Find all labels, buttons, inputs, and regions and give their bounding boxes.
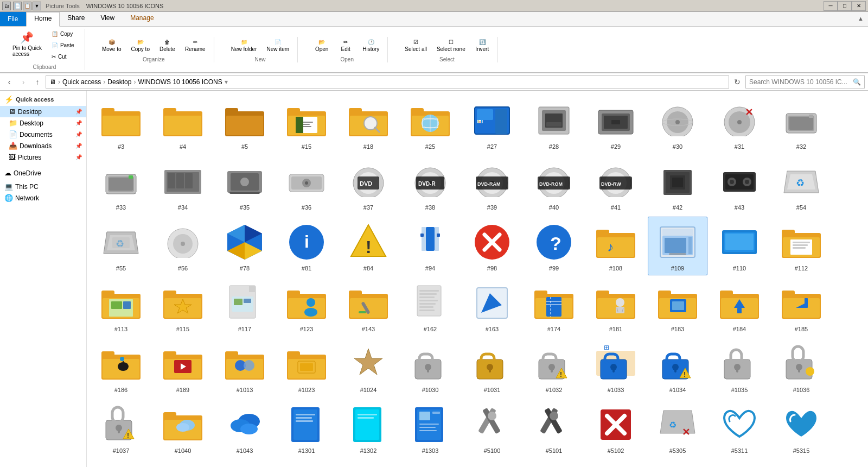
- file-item-94[interactable]: #94: [400, 217, 460, 275]
- file-item-55[interactable]: ♻ #55: [91, 217, 151, 275]
- file-item-35[interactable]: #35: [215, 156, 275, 214]
- file-item-1301[interactable]: #1301: [277, 399, 336, 458]
- ribbon-delete-btn[interactable]: 🗑Delete: [156, 37, 179, 54]
- close-button[interactable]: ✕: [852, 1, 866, 11]
- ribbon-copy2-btn[interactable]: 📂Copy to: [127, 37, 154, 54]
- file-item-43[interactable]: #43: [710, 156, 769, 214]
- file-item-38[interactable]: DVD-R #38: [400, 156, 460, 214]
- file-item-36[interactable]: #36: [277, 156, 336, 214]
- file-item-27[interactable]: 📊 #27: [462, 95, 522, 154]
- file-item-30[interactable]: #30: [648, 95, 707, 154]
- file-item-115[interactable]: #115: [153, 277, 213, 336]
- search-input[interactable]: [749, 78, 851, 86]
- file-item-32[interactable]: #32: [771, 95, 831, 154]
- ribbon-edit-btn[interactable]: ✏Edit: [335, 37, 356, 54]
- file-item-78[interactable]: #78: [215, 217, 275, 275]
- file-item-29[interactable]: #29: [586, 95, 646, 154]
- file-item-1023[interactable]: #1023: [277, 338, 336, 397]
- file-item-117[interactable]: #117: [215, 277, 275, 336]
- file-item-5325[interactable]: #5325: [91, 460, 151, 467]
- file-item-143[interactable]: #143: [339, 277, 398, 336]
- up-button[interactable]: ↑: [31, 76, 43, 88]
- file-item-42[interactable]: #42: [648, 156, 707, 214]
- file-item-56[interactable]: #56: [153, 217, 213, 275]
- tab-share[interactable]: Share: [60, 12, 93, 26]
- tab-view[interactable]: View: [93, 12, 123, 26]
- file-item-5379[interactable]: ✕ #5379: [215, 460, 275, 467]
- file-item-54[interactable]: ♻ #54: [771, 156, 831, 214]
- file-item-5315[interactable]: #5315: [771, 399, 831, 458]
- ribbon-newitem-btn[interactable]: 📄New item: [263, 37, 293, 54]
- file-item-163[interactable]: #163: [462, 277, 522, 336]
- ribbon-selectnone-btn[interactable]: ☐Select none: [433, 37, 469, 54]
- file-item-1036[interactable]: #1036: [771, 338, 831, 397]
- ribbon-copy-btn[interactable]: 📋Copy: [48, 29, 80, 39]
- quick-access-toolbar-props[interactable]: 📋: [23, 2, 31, 10]
- file-item-112[interactable]: #112: [771, 217, 831, 275]
- quick-access-toolbar-new[interactable]: 📄: [13, 2, 22, 10]
- file-item-5100[interactable]: #5100: [462, 399, 522, 458]
- file-item-5311[interactable]: #5311: [710, 399, 769, 458]
- ribbon-invertsel-btn[interactable]: 🔃Invert: [471, 37, 493, 54]
- file-item-40[interactable]: DVD-ROM #40: [524, 156, 584, 214]
- file-item-1024[interactable]: #1024: [339, 338, 398, 397]
- sidebar-item-downloads[interactable]: 📥 Downloads 📌: [0, 140, 86, 152]
- file-item-1303[interactable]: #1303: [400, 399, 460, 458]
- refresh-button[interactable]: ↻: [731, 76, 743, 88]
- breadcrumb-desktop[interactable]: Desktop: [107, 78, 131, 86]
- ribbon-newfolder-btn[interactable]: 📁New folder: [227, 37, 261, 54]
- file-item-15[interactable]: #15: [277, 95, 336, 154]
- sidebar-item-onedrive[interactable]: ☁ OneDrive: [0, 167, 86, 179]
- file-item-3[interactable]: #3: [91, 95, 151, 154]
- file-item-123[interactable]: #123: [277, 277, 336, 336]
- ribbon-collapse[interactable]: ▲: [853, 12, 868, 26]
- file-item-184[interactable]: #184: [710, 277, 769, 336]
- ribbon-selectall-btn[interactable]: ☑Select all: [401, 37, 431, 54]
- quick-access-toolbar-down[interactable]: ▼: [33, 2, 41, 10]
- file-item-25[interactable]: #25: [400, 95, 460, 154]
- file-item-174[interactable]: #174: [524, 277, 584, 336]
- ribbon-cut-btn[interactable]: ✂Cut: [48, 52, 80, 62]
- ribbon-open-btn[interactable]: 📂Open: [311, 37, 333, 54]
- file-item-98[interactable]: #98: [462, 217, 522, 275]
- tab-manage[interactable]: Manage: [123, 12, 162, 26]
- ribbon-history-btn[interactable]: 🕐History: [359, 37, 383, 54]
- search-icon[interactable]: 🔍: [853, 78, 861, 86]
- file-item-18[interactable]: #18: [339, 95, 398, 154]
- file-item-5305[interactable]: ♻ ✕ #5305: [648, 399, 707, 458]
- file-item-1033[interactable]: ⊞ #1033: [586, 338, 646, 397]
- ribbon-rename-btn[interactable]: ✏Rename: [181, 37, 209, 54]
- sidebar-item-documents[interactable]: 📄 Documents 📌: [0, 129, 86, 140]
- tab-file[interactable]: File: [0, 12, 26, 26]
- file-item-1031[interactable]: #1031: [462, 338, 522, 397]
- file-item-4[interactable]: #4: [153, 95, 213, 154]
- ribbon-pin-btn[interactable]: 📌 Pin to Quickaccess: [9, 29, 46, 62]
- file-item-37[interactable]: DVD #37: [339, 156, 398, 214]
- file-item-81[interactable]: i #81: [277, 217, 336, 275]
- file-item-185[interactable]: #185: [771, 277, 831, 336]
- file-item-1030[interactable]: #1030: [400, 338, 460, 397]
- file-item-1037[interactable]: ! #1037: [91, 399, 151, 458]
- file-item-5101[interactable]: #5101: [524, 399, 584, 458]
- ribbon-paste-btn[interactable]: 📄Paste: [48, 40, 80, 51]
- sidebar-item-pictures[interactable]: 🖼 Pictures 📌: [0, 152, 86, 163]
- breadcrumb-current[interactable]: WINDOWS 10 10056 ICONS: [138, 78, 222, 86]
- sidebar-item-thispc[interactable]: 💻 This PC: [0, 181, 86, 192]
- file-item-33[interactable]: #33: [91, 156, 151, 214]
- file-item-162[interactable]: #162: [400, 277, 460, 336]
- maximize-button[interactable]: □: [838, 1, 852, 11]
- file-item-110[interactable]: #110: [710, 217, 769, 275]
- ribbon-move-btn[interactable]: 📦Move to: [98, 37, 125, 54]
- file-item-28[interactable]: #28: [524, 95, 584, 154]
- file-item-108[interactable]: ♪ #108: [586, 217, 646, 275]
- search-box[interactable]: 🔍: [745, 75, 865, 89]
- file-item-1034[interactable]: ! #1034: [648, 338, 707, 397]
- file-item-189[interactable]: #189: [153, 338, 213, 397]
- file-item-41[interactable]: DVD-RW #41: [586, 156, 646, 214]
- file-item-1035[interactable]: #1035: [710, 338, 769, 397]
- file-item-39[interactable]: DVD-RAM #39: [462, 156, 522, 214]
- file-item-1043[interactable]: #1043: [215, 399, 275, 458]
- minimize-button[interactable]: ─: [824, 1, 838, 11]
- breadcrumb-quickaccess[interactable]: Quick access: [62, 78, 101, 86]
- file-item-31[interactable]: ✕ #31: [710, 95, 769, 154]
